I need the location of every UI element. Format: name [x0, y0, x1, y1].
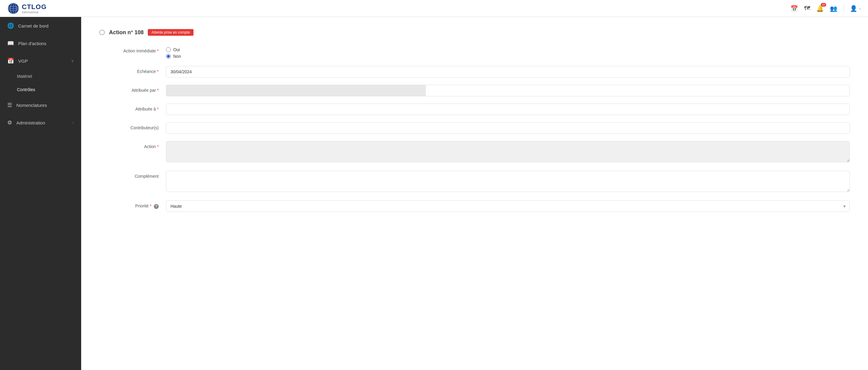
action-select-radio[interactable] — [99, 30, 105, 35]
attribuee-a-control — [166, 103, 850, 115]
radio-non-label: Non — [173, 54, 181, 59]
users-icon[interactable]: 👥 — [830, 5, 837, 12]
logo[interactable]: CTLOG International — [7, 2, 46, 14]
attribuee-par-control — [166, 85, 850, 96]
sidebar-label-vgp: VGP — [18, 58, 67, 64]
echeance-label: Echéance * — [99, 66, 166, 74]
content-area: Action n° 108 Attente prise en compte Ac… — [81, 17, 868, 370]
nomenclatures-icon: ☰ — [7, 102, 12, 109]
sidebar-label-administration: Administration — [17, 120, 68, 125]
priorite-select[interactable]: Haute Normale Basse — [166, 201, 850, 212]
vgp-expand-icon: ∨ — [71, 59, 74, 63]
main-content: Action n° 108 Attente prise en compte Ac… — [81, 17, 868, 370]
sidebar-label-controles: Contrôles — [17, 87, 74, 92]
echeance-control — [166, 66, 850, 78]
sidebar-item-controles[interactable]: Contrôles — [0, 83, 81, 96]
header: CTLOG International 📅 🗺 🔔 60 👥 👤 › — [0, 0, 868, 17]
radio-non[interactable]: Non — [166, 54, 850, 59]
sidebar: 🌐 Carnet de bord 📖 Plan d'actions 📅 VGP … — [0, 17, 81, 370]
attribuee-par-input-wrap — [166, 85, 850, 96]
calendar-icon[interactable]: 📅 — [790, 5, 798, 12]
globe-icon — [7, 2, 20, 14]
echeance-input[interactable] — [166, 66, 850, 78]
action-row: Action * — [99, 141, 850, 163]
priorite-row: Priorité * ? Haute Normale Basse — [99, 201, 850, 212]
sidebar-item-nomenclatures[interactable]: ☰ Nomenclatures — [0, 96, 81, 114]
action-control — [166, 141, 850, 163]
priorite-help-icon[interactable]: ? — [154, 204, 159, 209]
action-immediate-label: Action immédiate * — [99, 45, 166, 53]
complement-row: Complément — [99, 171, 850, 193]
attribuee-par-label: Attribuée par * — [99, 85, 166, 93]
sidebar-item-vgp[interactable]: 📅 VGP ∨ — [0, 52, 81, 70]
plan-icon: 📖 — [7, 40, 14, 47]
priorite-select-wrap: Haute Normale Basse — [166, 201, 850, 212]
layout: 🌐 Carnet de bord 📖 Plan d'actions 📅 VGP … — [0, 17, 868, 370]
status-badge: Attente prise en compte — [148, 29, 193, 36]
contributeurs-control — [166, 122, 850, 134]
attribuee-a-label: Attribuée à * — [99, 103, 166, 112]
action-immediate-radio-group: Oui Non — [166, 45, 850, 59]
complement-label: Complément — [99, 171, 166, 179]
header-icons: 📅 🗺 🔔 60 👥 👤 › — [790, 4, 861, 13]
complement-control — [166, 171, 850, 193]
action-header: Action n° 108 Attente prise en compte — [99, 29, 850, 36]
bell-icon[interactable]: 🔔 60 — [816, 5, 824, 12]
radio-oui-input[interactable] — [166, 47, 171, 52]
notification-badge: 60 — [821, 3, 826, 7]
priorite-label: Priorité * ? — [99, 201, 166, 209]
carnet-icon: 🌐 — [7, 22, 14, 29]
administration-icon: ⚙ — [7, 119, 12, 126]
contributeurs-input[interactable] — [166, 122, 850, 134]
action-textarea[interactable] — [166, 141, 850, 162]
action-immediate-row: Action immédiate * Oui Non — [99, 45, 850, 59]
user-menu[interactable]: 👤 › — [850, 5, 861, 12]
header-divider — [843, 4, 844, 13]
user-chevron-icon: › — [859, 6, 861, 11]
map-icon[interactable]: 🗺 — [804, 5, 810, 12]
user-icon: 👤 — [850, 5, 858, 12]
action-immediate-control: Oui Non — [166, 45, 850, 59]
radio-oui[interactable]: Oui — [166, 47, 850, 52]
priorite-control: Haute Normale Basse — [166, 201, 850, 212]
radio-non-input[interactable] — [166, 54, 171, 59]
sidebar-label-plan: Plan d'actions — [18, 41, 74, 46]
action-title: Action n° 108 — [109, 29, 144, 36]
sidebar-item-carnet[interactable]: 🌐 Carnet de bord — [0, 17, 81, 34]
echeance-row: Echéance * — [99, 66, 850, 78]
attribuee-a-row: Attribuée à * — [99, 103, 850, 115]
contributeurs-row: Contributeur(s) — [99, 122, 850, 134]
attribuee-par-input[interactable] — [166, 85, 850, 96]
sidebar-item-plan[interactable]: 📖 Plan d'actions — [0, 34, 81, 52]
sidebar-label-materiel: Matériel — [17, 74, 74, 79]
logo-sub: International — [22, 11, 46, 14]
complement-textarea[interactable] — [166, 171, 850, 192]
sidebar-item-materiel[interactable]: Matériel — [0, 70, 81, 83]
sidebar-label-carnet: Carnet de bord — [18, 23, 74, 28]
attribuee-par-row: Attribuée par * — [99, 85, 850, 96]
radio-oui-label: Oui — [173, 47, 180, 52]
contributeurs-label: Contributeur(s) — [99, 122, 166, 130]
logo-label: CTLOG — [22, 3, 46, 10]
administration-expand-icon: › — [73, 121, 74, 125]
sidebar-item-administration[interactable]: ⚙ Administration › — [0, 114, 81, 131]
action-field-label: Action * — [99, 141, 166, 149]
vgp-icon: 📅 — [7, 58, 14, 64]
attribuee-a-input[interactable] — [166, 103, 850, 115]
required-marker: * — [157, 49, 159, 53]
sidebar-label-nomenclatures: Nomenclatures — [17, 103, 74, 108]
